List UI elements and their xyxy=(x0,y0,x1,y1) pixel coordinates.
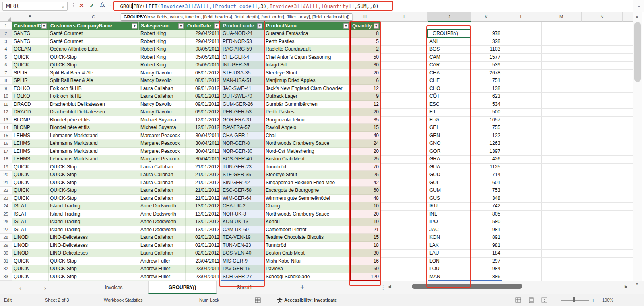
cell[interactable]: 5 xyxy=(350,38,380,46)
cell[interactable]: 981 xyxy=(472,226,500,234)
cell[interactable]: Robert King xyxy=(139,30,185,38)
cell[interactable]: QUICK xyxy=(12,179,48,187)
cell[interactable]: Nancy Davolio xyxy=(139,69,185,77)
row-header-16[interactable]: 16 xyxy=(0,140,12,148)
cell[interactable]: FIL xyxy=(429,108,470,116)
table-header-salesperson[interactable]: Salesperson▼ xyxy=(139,22,185,30)
cancel-icon[interactable]: ✕ xyxy=(79,2,84,9)
cell[interactable]: 10 xyxy=(350,218,380,226)
cell[interactable]: Anne Dodsworth xyxy=(139,210,185,218)
cell[interactable]: SPLIR xyxy=(12,77,48,85)
cell[interactable]: 426 xyxy=(472,155,500,163)
cell[interactable]: Laura Callahan xyxy=(139,92,185,101)
cell[interactable]: QUICK xyxy=(12,195,48,203)
tab-scroll-left-icon[interactable]: ‹ xyxy=(19,284,21,291)
cell[interactable]: 297 xyxy=(472,257,500,265)
filter-dropdown-icon[interactable]: ▼ xyxy=(178,23,184,29)
name-box-chevron-icon[interactable]: ⌄ xyxy=(61,2,65,10)
cell[interactable]: Split Rail Beer & Ale xyxy=(48,77,139,85)
cell[interactable]: PER-GER-53 xyxy=(221,108,264,116)
cell[interactable]: 29/04/2011 xyxy=(185,30,221,38)
cell[interactable]: RAV-FRA-57 xyxy=(221,124,264,132)
column-header-J[interactable]: J xyxy=(428,12,471,22)
cell[interactable]: CÔT xyxy=(429,92,470,101)
cell[interactable]: CHE-GER-4 xyxy=(221,53,264,62)
cell[interactable]: GNO xyxy=(429,140,470,148)
cell[interactable]: BOS-VEN-40 xyxy=(221,249,264,257)
cell[interactable]: SANTG xyxy=(12,30,48,38)
cell[interactable]: KON-UK-13 xyxy=(221,218,264,226)
cell[interactable]: 12/01/2012 xyxy=(185,124,221,132)
cell[interactable]: Tunnbröd xyxy=(264,163,350,171)
cell[interactable]: 09/01/2012 xyxy=(185,101,221,109)
cell[interactable]: LINO-Delicateses xyxy=(48,249,139,257)
cell[interactable]: 30/04/2011 xyxy=(185,148,221,156)
cell[interactable]: Laura Callahan xyxy=(139,242,185,250)
cell[interactable]: 21/01/2012 xyxy=(185,171,221,179)
cell[interactable]: BOS-GER-40 xyxy=(221,155,264,163)
column-header-M[interactable]: M xyxy=(541,12,582,22)
row-header-15[interactable]: 15 xyxy=(0,132,12,140)
zoom-in-icon[interactable]: + xyxy=(592,297,595,303)
row-header-31[interactable]: 31 xyxy=(0,257,12,265)
scroll-right-icon[interactable]: ▶ xyxy=(625,284,628,289)
cell[interactable]: 120 xyxy=(350,273,380,281)
cell[interactable]: NOR-GER-8 xyxy=(221,140,264,148)
cell[interactable]: 348 xyxy=(472,195,500,203)
enter-icon[interactable]: ✓ xyxy=(89,2,95,9)
cell[interactable]: 21/01/2012 xyxy=(185,163,221,171)
cell[interactable]: 05/05/2011 xyxy=(185,53,221,62)
cell[interactable]: 2678 xyxy=(472,69,500,77)
cell[interactable]: LEHMS xyxy=(12,132,48,140)
cell[interactable]: RAC-ARG-59 xyxy=(221,45,264,53)
cell[interactable]: Robert King xyxy=(139,53,185,62)
cell[interactable]: NOR-GER-30 xyxy=(221,148,264,156)
sheet-tab-groupby[interactable]: GROUPBY() xyxy=(148,281,217,294)
insert-function-icon[interactable]: fx xyxy=(100,2,105,8)
row-header-7[interactable]: 7 xyxy=(0,69,12,77)
filter-dropdown-icon[interactable]: ▼ xyxy=(343,23,349,29)
cell[interactable]: 29/04/2011 xyxy=(185,38,221,46)
cell[interactable]: Escargots de Bourgogne xyxy=(264,187,350,195)
cell[interactable]: Robert King xyxy=(139,61,185,69)
row-header-6[interactable]: 6 xyxy=(0,61,12,69)
cell[interactable]: 978 xyxy=(472,30,500,38)
cell[interactable]: Margaret Peacock xyxy=(139,140,185,148)
cell[interactable]: QUICK xyxy=(12,163,48,171)
cell[interactable]: 138 xyxy=(472,85,500,93)
cell[interactable]: 18 xyxy=(350,242,380,250)
cell[interactable]: Margaret Peacock xyxy=(139,148,185,156)
cell[interactable]: 12/01/2012 xyxy=(185,116,221,124)
cell[interactable]: Island Trading xyxy=(48,202,139,210)
normal-view-icon[interactable] xyxy=(515,297,521,303)
row-header-28[interactable]: 28 xyxy=(0,234,12,242)
cell[interactable]: SIN-GER-42 xyxy=(221,179,264,187)
cell[interactable]: Laura Callahan xyxy=(139,179,185,187)
cell[interactable]: QUICK xyxy=(12,265,48,273)
cell[interactable]: PER-NOR-53 xyxy=(221,38,264,46)
cell[interactable]: 20 xyxy=(350,69,380,77)
cell[interactable]: LEHMS xyxy=(12,140,48,148)
cell[interactable]: Laura Callahan xyxy=(139,163,185,171)
page-layout-icon[interactable] xyxy=(528,297,534,303)
cell[interactable]: QUICK-Stop xyxy=(48,163,139,171)
cell[interactable]: CAM-UK-60 xyxy=(221,226,264,234)
cell[interactable]: 48 xyxy=(350,195,380,203)
cell[interactable]: BLONP xyxy=(12,124,48,132)
cell[interactable]: Northwoods Cranberry Sauce xyxy=(264,210,350,218)
cell[interactable]: Inlagd Sill xyxy=(264,61,350,69)
filter-dropdown-icon[interactable]: ▼ xyxy=(257,23,262,29)
cell[interactable]: GUS xyxy=(429,195,470,203)
cell[interactable]: Jack's New England Clam Chowder xyxy=(264,85,350,93)
zoom-level[interactable]: 100% xyxy=(602,298,613,302)
cell[interactable]: 25 xyxy=(350,171,380,179)
cell[interactable]: OUT-SWE-70 xyxy=(221,92,264,101)
hscroll-dots-icon[interactable]: ⋮ xyxy=(381,285,386,290)
cell[interactable]: LEHMS xyxy=(12,155,48,163)
cell[interactable]: Chang xyxy=(264,202,350,210)
cell[interactable]: 122 xyxy=(472,132,500,140)
cell[interactable]: GOR-FRA-31 xyxy=(221,116,264,124)
cell[interactable]: LINOD xyxy=(12,234,48,242)
cell[interactable]: Island Trading xyxy=(48,218,139,226)
cell[interactable]: ISLAT xyxy=(12,202,48,210)
